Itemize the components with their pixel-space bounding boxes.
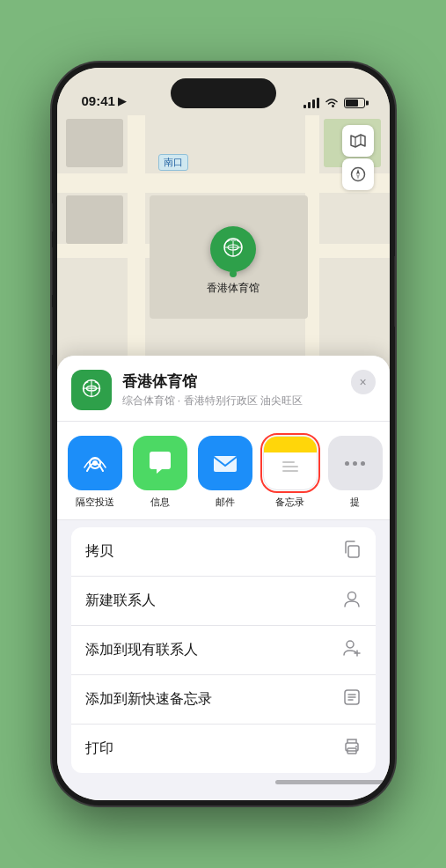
signal-bar-2 [308,102,311,108]
notes-quick-svg-icon [342,688,362,707]
power-button[interactable] [394,256,395,327]
venue-stadium-icon [78,377,105,403]
stadium-pin[interactable]: 香港体育馆 [207,226,260,296]
airdrop-label: 隔空投送 [76,496,114,509]
map-controls [342,125,374,190]
map-type-button[interactable] [342,125,374,157]
mute-button[interactable] [52,203,53,232]
svg-rect-21 [348,546,359,557]
notes-label: 备忘录 [275,496,304,509]
location-icon: ▶ [118,95,126,107]
dot2 [353,461,357,466]
map-type-icon [349,133,367,149]
status-icons [303,98,365,108]
person-add-svg-icon [342,638,362,658]
new-contact-label: 新建联系人 [85,592,156,610]
pin-label: 香港体育馆 [207,281,260,296]
pin-marker [210,226,256,272]
signal-bar-4 [317,98,319,108]
copy-svg-icon [342,540,362,559]
mail-icon [209,447,241,479]
share-item-more[interactable]: 提 [328,436,383,509]
action-item-add-existing[interactable]: 添加到现有联系人 [71,626,376,675]
share-row: 隔空投送 信息 [57,422,390,520]
dynamic-island [171,78,276,108]
home-indicator [275,780,390,784]
signal-bar-3 [312,99,315,108]
bottom-sheet: 香港体育馆 综合体育馆 · 香港特别行政区 油尖旺区 × [57,356,390,800]
action-item-copy[interactable]: 拷贝 [71,527,376,577]
map-entrance-label: 南口 [158,154,188,171]
venue-name: 香港体育馆 [122,371,376,392]
stadium-icon [219,235,247,263]
signal-bar-1 [303,105,306,108]
battery-icon [344,98,365,108]
airdrop-icon-bg [68,436,122,490]
time-display: 09:41 [82,93,115,108]
share-icons-list: 隔空投送 信息 [68,436,379,509]
map-block [66,119,123,167]
mail-label: 邮件 [216,496,235,509]
more-label: 提 [350,496,360,509]
svg-point-23 [347,641,354,648]
status-time: 09:41 ▶ [82,93,126,108]
svg-marker-9 [356,169,360,174]
wifi-icon [325,98,339,108]
phone-frame: 09:41 ▶ [52,63,395,805]
close-button[interactable]: × [351,370,376,394]
airdrop-icon [80,448,110,478]
add-notes-icon [342,688,362,711]
location-button[interactable] [342,158,374,190]
dot1 [345,461,349,466]
notes-lines-icon [274,447,306,479]
venue-info: 香港体育馆 综合体育馆 · 香港特别行政区 油尖旺区 [122,371,376,408]
more-icon [328,436,383,490]
mail-icon-bg [198,436,252,490]
add-existing-label: 添加到现有联系人 [85,641,198,659]
messages-icon [144,447,176,479]
map-block [66,195,123,244]
venue-icon [71,370,112,410]
print-svg-icon [342,737,362,756]
share-item-mail[interactable]: 邮件 [198,436,252,509]
dot3 [361,461,365,466]
battery-fill [346,99,358,107]
share-item-notes[interactable]: 备忘录 [263,436,318,509]
print-label: 打印 [85,739,113,758]
messages-label: 信息 [150,496,170,509]
action-item-add-notes[interactable]: 添加到新快速备忘录 [71,675,376,725]
volume-up-button[interactable] [52,247,53,295]
signal-icon [303,98,319,108]
share-item-airdrop[interactable]: 隔空投送 [68,436,122,509]
add-existing-icon [342,638,362,662]
volume-down-button[interactable] [52,307,53,355]
notes-icon-bg [263,436,318,490]
svg-point-16 [92,460,98,466]
print-icon [342,737,362,761]
compass-icon [350,166,366,182]
phone-screen: 09:41 ▶ [57,68,390,800]
venue-subtitle: 综合体育馆 · 香港特别行政区 油尖旺区 [122,394,376,408]
action-item-new-contact[interactable]: 新建联系人 [71,577,376,626]
svg-rect-17 [214,456,237,472]
svg-marker-10 [356,174,360,180]
map-road [57,173,390,193]
sheet-header: 香港体育馆 综合体育馆 · 香港特别行政区 油尖旺区 × [57,356,390,422]
more-dots-row1 [345,461,365,466]
share-item-messages[interactable]: 信息 [133,436,187,509]
svg-point-22 [347,592,355,600]
svg-point-32 [355,746,357,747]
person-svg-icon [342,589,362,608]
add-notes-label: 添加到新快速备忘录 [85,690,212,709]
copy-label: 拷贝 [85,542,113,561]
action-item-print[interactable]: 打印 [71,725,376,773]
copy-icon [342,540,362,563]
action-list: 拷贝 新建联系人 [57,527,390,773]
messages-icon-bg [133,436,187,490]
new-contact-icon [342,589,362,613]
